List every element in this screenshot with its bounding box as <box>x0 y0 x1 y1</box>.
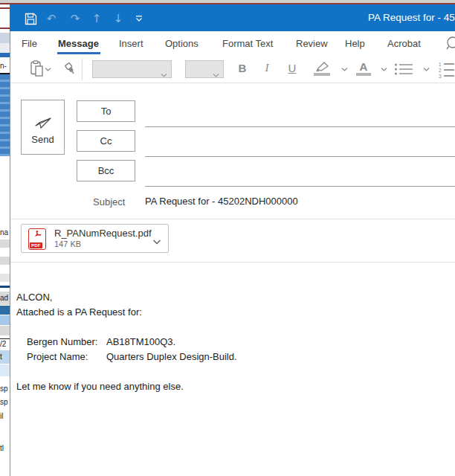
move-up-button[interactable]: ↑ <box>89 11 104 26</box>
background-text-fragment: n- <box>0 62 10 70</box>
send-icon <box>33 111 54 132</box>
font-name-select[interactable] <box>92 60 172 78</box>
customize-qat-icon <box>135 15 143 22</box>
bcc-button[interactable]: Bcc <box>77 160 135 181</box>
arrow-down-icon: ↓ <box>114 12 123 25</box>
chevron-down-icon <box>161 73 167 78</box>
tab-message[interactable]: Message <box>58 38 99 49</box>
ribbon-tab-strip: File Message Insert Options Format Text … <box>10 31 455 56</box>
chevron-down-icon <box>381 67 387 72</box>
send-button[interactable]: Send <box>21 100 65 155</box>
undo-button[interactable]: ↶ <box>44 11 59 26</box>
save-button[interactable] <box>23 11 38 26</box>
numbering-icon: 1 <box>439 62 444 67</box>
underline-button[interactable]: U <box>286 62 298 74</box>
cc-button[interactable]: Cc <box>77 130 135 152</box>
save-icon <box>25 13 37 25</box>
body-bergen-line: Bergen Number:AB18TM100Q3. <box>27 335 449 350</box>
arrow-up-icon: ↑ <box>92 12 102 25</box>
redo-icon: ↷ <box>71 12 80 25</box>
customize-quick-access-button[interactable] <box>132 11 146 26</box>
bergen-number-label: Bergen Number: <box>27 335 106 350</box>
bcc-field[interactable] <box>145 166 455 187</box>
send-button-label: Send <box>22 134 64 145</box>
font-color-button[interactable]: A <box>358 60 370 73</box>
attachment-options-dropdown[interactable] <box>152 235 161 248</box>
chevron-down-icon <box>423 67 430 72</box>
highlight-color-bar <box>314 73 330 76</box>
project-name-label: Project Name: <box>27 350 106 364</box>
text-highlight-button[interactable] <box>314 61 330 72</box>
pdf-file-icon: PDF <box>28 228 46 250</box>
format-painter-icon <box>63 62 78 77</box>
screen: n- na ad /2 t sp sp il tl ↶ ↷ <box>0 0 455 476</box>
message-body-editor[interactable]: ALCON, Attached is a PA Request for: Ber… <box>16 290 449 476</box>
cc-field[interactable] <box>145 136 455 157</box>
paste-icon <box>30 60 43 77</box>
highlight-dropdown[interactable] <box>341 67 348 72</box>
body-closing: Let me know if you need anything else. <box>16 379 449 394</box>
bold-button[interactable]: B <box>236 62 248 74</box>
font-color-dropdown[interactable] <box>381 67 387 72</box>
bullets-dropdown[interactable] <box>423 67 430 72</box>
chevron-down-icon <box>152 239 161 245</box>
background-text-fragment: sp <box>0 398 10 406</box>
bergen-number-value: AB18TM100Q3. <box>106 336 175 347</box>
ribbon-toolbar: B I U A <box>10 56 455 83</box>
body-intro: Attached is a PA Request for: <box>16 305 449 320</box>
redo-button[interactable]: ↷ <box>68 11 83 26</box>
attachment-filename: R_PANumRequest.pdf <box>54 228 152 239</box>
tell-me-icon <box>445 35 455 51</box>
active-tab-indicator <box>57 52 100 54</box>
tab-acrobat[interactable]: Acrobat <box>387 38 421 49</box>
tab-file[interactable]: File <box>22 38 37 49</box>
tab-format-text[interactable]: Format Text <box>222 38 273 49</box>
chevron-down-icon <box>341 67 348 72</box>
undo-icon: ↶ <box>47 12 57 25</box>
font-color-bar <box>356 73 371 76</box>
attachment-size: 147 KB <box>54 239 81 248</box>
body-area-divider <box>10 262 455 263</box>
background-window-strip: n- na ad /2 t sp sp il tl <box>0 4 10 476</box>
font-size-select[interactable] <box>185 60 224 78</box>
subject-input[interactable]: PA Request for - 45202NDH000000 <box>145 192 448 211</box>
background-text-fragment: il <box>0 412 10 420</box>
move-down-button[interactable]: ↓ <box>111 11 126 26</box>
numbering-button[interactable]: 1 2 3 <box>439 61 455 79</box>
ribbon-divider <box>82 58 83 80</box>
background-text-fragment: t <box>0 353 10 361</box>
tab-insert[interactable]: Insert <box>119 38 143 49</box>
title-bar: ↶ ↷ ↑ ↓ PA Request for - 45202 <box>10 4 455 31</box>
format-painter-button[interactable] <box>63 62 78 77</box>
subject-label: Subject <box>93 196 125 208</box>
chevron-down-icon <box>213 73 219 78</box>
pdf-type-label: PDF <box>30 242 42 248</box>
chevron-down-icon <box>45 67 51 72</box>
paste-button[interactable] <box>30 60 43 77</box>
window-title: PA Request for - 45202 <box>368 12 455 23</box>
paste-dropdown[interactable] <box>45 67 51 72</box>
tab-review[interactable]: Review <box>296 38 328 49</box>
body-greeting: ALCON, <box>16 290 449 305</box>
body-project-line: Project Name:Quarters Duplex Design-Buil… <box>27 350 449 364</box>
italic-button[interactable]: I <box>261 62 273 74</box>
highlight-icon <box>314 61 330 72</box>
bullets-button[interactable] <box>394 62 413 76</box>
bullets-icon <box>394 62 413 76</box>
to-button[interactable]: To <box>77 100 135 122</box>
acrobat-swirl-icon <box>29 229 45 240</box>
tab-options[interactable]: Options <box>165 38 199 49</box>
attachment-area-divider <box>10 219 455 219</box>
background-text-fragment: tl <box>0 444 10 452</box>
window-left-edge <box>10 31 10 476</box>
tell-me-button[interactable] <box>445 35 455 54</box>
background-text-fragment: sp <box>0 385 10 393</box>
background-text-fragment: na <box>0 228 10 237</box>
message-window: ↶ ↷ ↑ ↓ PA Request for - 45202 File Mes <box>10 4 455 476</box>
attachment-card[interactable]: PDF R_PANumRequest.pdf 147 KB <box>21 224 169 253</box>
background-text-fragment: ad <box>0 294 10 302</box>
project-name-value: Quarters Duplex Design-Build. <box>106 351 237 362</box>
to-field[interactable] <box>145 106 455 127</box>
tab-help[interactable]: Help <box>345 38 365 49</box>
background-text-fragment: /2 <box>0 340 10 348</box>
